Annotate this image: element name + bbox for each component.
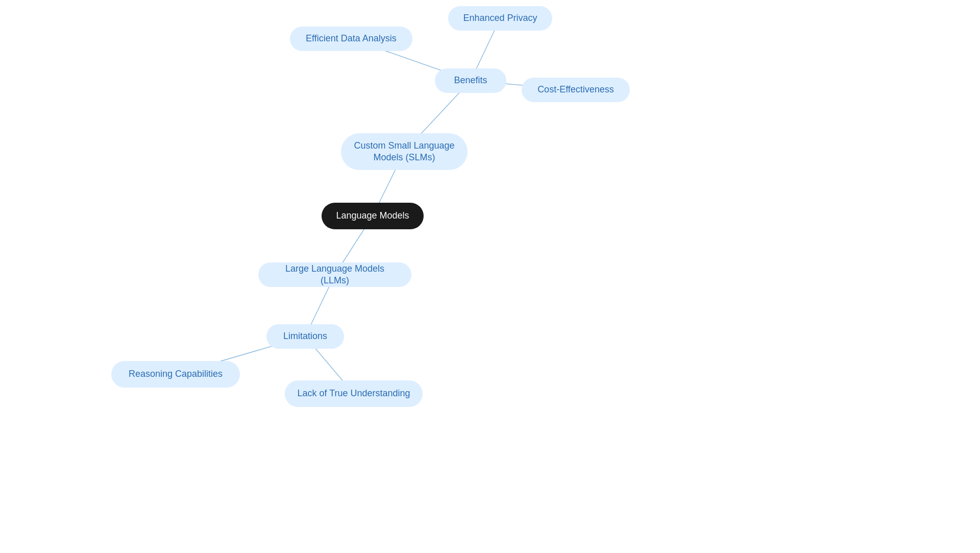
benefits-node: Benefits (435, 68, 506, 93)
enhanced-privacy-label: Enhanced Privacy (463, 12, 537, 24)
cost-effectiveness-node: Cost-Effectiveness (522, 78, 630, 102)
limitations-node: Limitations (266, 324, 344, 349)
lack-understanding-node: Lack of True Understanding (285, 380, 423, 407)
custom-slm-node: Custom Small LanguageModels (SLMs) (341, 133, 468, 170)
llm-node: Large Language Models (LLMs) (258, 262, 411, 287)
lack-understanding-label: Lack of True Understanding (297, 388, 410, 399)
custom-slm-label: Custom Small LanguageModels (SLMs) (354, 140, 454, 164)
limitations-label: Limitations (283, 330, 327, 342)
language-models-node: Language Models (322, 203, 424, 229)
reasoning-node: Reasoning Capabilities (111, 361, 240, 388)
reasoning-label: Reasoning Capabilities (129, 368, 223, 380)
language-models-label: Language Models (336, 210, 409, 222)
efficient-data-label: Efficient Data Analysis (306, 33, 397, 44)
enhanced-privacy-node: Enhanced Privacy (448, 6, 552, 31)
benefits-label: Benefits (454, 75, 487, 86)
efficient-data-node: Efficient Data Analysis (290, 27, 412, 51)
cost-effectiveness-label: Cost-Effectiveness (537, 84, 614, 95)
llm-label: Large Language Models (LLMs) (271, 263, 399, 287)
